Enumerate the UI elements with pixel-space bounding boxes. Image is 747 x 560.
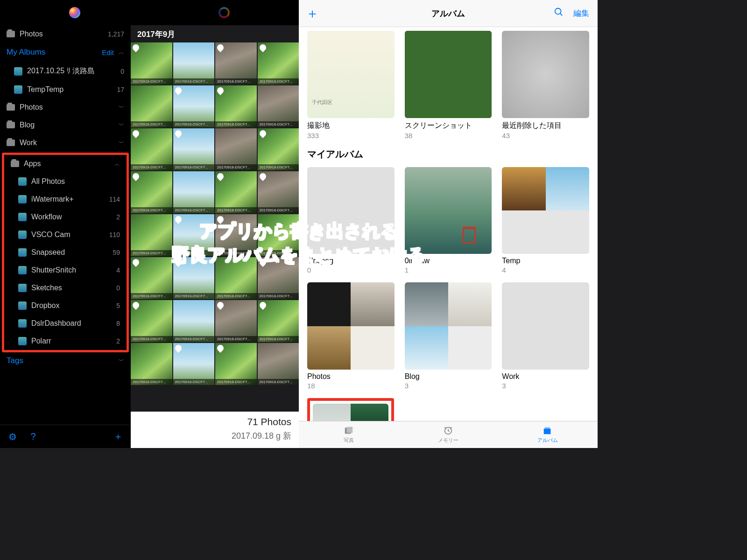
album-item[interactable]: 0lr.Jpeg 0 [307, 167, 395, 274]
photo-thumb[interactable]: 20170918-DSCF7... [258, 85, 299, 127]
album-item[interactable]: Temp 4 [502, 167, 589, 274]
photo-thumb[interactable]: 20170918-DSCF7... [131, 343, 172, 385]
album-item[interactable]: 最近削除した項目 43 [502, 31, 589, 140]
tab-photos-app[interactable] [0, 0, 149, 25]
help-icon[interactable]: ? [28, 432, 38, 442]
svg-rect-6 [545, 427, 550, 429]
sidebar-app-item[interactable]: VSCO Cam 110 [4, 226, 127, 244]
svg-point-0 [555, 8, 561, 14]
sidebar-item-partial[interactable]: 2017.10.25 ﾘ 淡路島 0 [0, 62, 131, 81]
svg-rect-3 [346, 427, 352, 433]
add-album-button[interactable]: ＋ [307, 8, 317, 19]
photo-thumb[interactable]: 20170918-DSCF7... [131, 214, 172, 256]
photo-thumb[interactable]: 20170918-DSCF7... [131, 85, 172, 127]
albums-scroll[interactable]: 撮影地 333 スクリーンショット 38 最近削除した項目 43 マイアルバム … [299, 27, 598, 421]
album-thumb-icon [18, 337, 27, 345]
photo-thumb[interactable]: 20170918-DSCF7... [258, 343, 299, 385]
thumb-caption: 20170918-DSCF7... [258, 207, 299, 213]
album-name: Temp [502, 257, 589, 265]
photo-thumb[interactable]: 20170918-DSCF7... [173, 171, 215, 213]
edit-button[interactable]: 編集 [573, 8, 589, 19]
sidebar-app-item[interactable]: Sketches 0 [4, 279, 127, 297]
sidebar-app-item[interactable]: Dropbox 5 [4, 297, 127, 315]
sidebar-app-item[interactable]: Snapseed 59 [4, 244, 127, 261]
photo-thumb[interactable]: 20170918-DSCF7... [173, 85, 215, 127]
album-item[interactable]: Blog 3 [405, 282, 492, 390]
tab-memories[interactable]: メモリー [398, 421, 498, 448]
thumb-caption: 20170918-DSCF7... [215, 121, 257, 127]
sidebar-app-item[interactable]: iWatermark+ 114 [4, 190, 127, 208]
sidebar-label: Dropbox [31, 301, 59, 310]
sidebar-app-item[interactable]: ShutterSnitch 4 [4, 261, 127, 279]
folder-icon [7, 140, 15, 146]
album-item[interactable]: 撮影地 333 [307, 31, 395, 140]
photo-thumb[interactable]: 20170918-DSCF7... [215, 300, 257, 342]
sidebar-folder-work[interactable]: Work ﹀ [0, 134, 131, 152]
tab-photos[interactable]: 写真 [299, 421, 398, 448]
photo-thumb[interactable]: 20170918-DSCF7... [173, 42, 215, 84]
sidebar-app-item[interactable]: Workflow 2 [4, 208, 127, 226]
photo-thumb[interactable]: 20170918-DSCF7... [258, 128, 299, 170]
sidebar-count: 8 [116, 320, 120, 327]
sidebar-folder-blog[interactable]: Blog ﹀ [0, 116, 131, 134]
photo-thumb[interactable]: 20170918-DSCF7... [131, 171, 172, 213]
sidebar-label: Sketches [31, 284, 62, 292]
photo-thumb[interactable]: 20170918-DSCF7... [215, 343, 257, 385]
photo-thumb[interactable]: 20170918-DSCF7... [131, 257, 172, 299]
folder-icon [7, 122, 15, 128]
sidebar-label: TempTemp [27, 85, 63, 94]
photo-thumb[interactable]: 20170918-DSCF7... [173, 300, 215, 342]
photo-thumb[interactable]: 20170918-DSCF7... [131, 300, 172, 342]
photo-thumb[interactable]: 20170918-DSCF7... [173, 214, 215, 256]
sidebar-app-item[interactable]: Polarr 2 [4, 332, 127, 350]
photo-thumb[interactable]: 20170918-DSCF7... [173, 343, 215, 385]
album-thumb-icon [18, 177, 27, 186]
highlight-apps-album: Apps 9 [307, 398, 394, 421]
tab-albums[interactable]: アルバム [498, 421, 598, 448]
photo-thumb[interactable]: 20170918-DSCF7... [215, 257, 257, 299]
folder-icon [7, 31, 15, 37]
add-icon[interactable]: ＋ [113, 432, 123, 442]
sidebar-count: 59 [113, 249, 120, 256]
photo-thumb[interactable]: 20170918-DSCF7... [215, 171, 257, 213]
photo-thumb[interactable]: 20170918-DSCF7... [215, 85, 257, 127]
photo-thumb[interactable]: 20170918-DSCF7... [173, 128, 215, 170]
photo-thumb[interactable]: 20170918-DSCF7... [258, 300, 299, 342]
sidebar-photos[interactable]: Photos 1,217 [0, 25, 131, 43]
thumb-caption: 20170918-DSCF7... [258, 121, 299, 127]
sidebar-folder-photos[interactable]: Photos ﹀ [0, 98, 131, 116]
sidebar-section-tags[interactable]: Tags ﹀ [0, 353, 131, 370]
photo-thumb[interactable]: 20170918-DSCF7... [215, 128, 257, 170]
sidebar-folder-apps[interactable]: Apps ︿ [4, 155, 127, 173]
album-item[interactable]: Work 3 [502, 282, 589, 390]
photo-thumb[interactable]: 20170918-DSCF7... [131, 128, 172, 170]
photo-grid[interactable]: 20170918-DSCF7...20170918-DSCF7...201709… [131, 42, 299, 412]
album-item[interactable]: Photos 18 [307, 282, 395, 390]
sidebar-label: 2017.10.25 ﾘ 淡路島 [27, 66, 95, 76]
album-apps[interactable]: Apps 9 [313, 404, 388, 421]
photo-thumb[interactable]: 20170918-DSCF7... [215, 42, 257, 84]
thumb-caption: 20170918-DSCF7... [258, 293, 299, 299]
photo-thumb[interactable]: 20170918-DSCF7... [258, 171, 299, 213]
search-icon[interactable] [554, 7, 564, 20]
photo-thumb[interactable]: 20170918-DSCF7... [258, 257, 299, 299]
tab-label: 写真 [344, 437, 354, 444]
sidebar-section-myalbums[interactable]: My Albums Edit ︿ [0, 43, 131, 62]
album-item[interactable]: 0lr.Raw 1 [405, 167, 492, 274]
album-thumb-icon [18, 248, 27, 257]
thumb-caption: 20170918-DSCF7... [131, 250, 172, 256]
photo-thumb[interactable]: 20170918-DSCF7... [131, 42, 172, 84]
thumb-caption: 20170918-DSCF7... [131, 379, 172, 385]
sidebar-app-item[interactable]: All Photos [4, 173, 127, 190]
settings-icon[interactable]: ⚙ [7, 432, 18, 442]
photo-thumb[interactable]: 20170918-DSCF7... [215, 214, 257, 256]
sidebar-app-item[interactable]: DslrDashboard 8 [4, 315, 127, 332]
album-count: 333 [307, 132, 395, 140]
photo-thumb[interactable]: 20170918-DSCF7... [258, 214, 299, 256]
photo-thumb[interactable]: 20170918-DSCF7... [258, 42, 299, 84]
edit-link[interactable]: Edit [102, 49, 114, 56]
sidebar-item-temptemp[interactable]: TempTemp 17 [0, 81, 131, 98]
photo-thumb[interactable]: 20170918-DSCF7... [173, 257, 215, 299]
tab-secondary-app[interactable] [149, 0, 299, 25]
album-item[interactable]: スクリーンショット 38 [405, 31, 492, 140]
